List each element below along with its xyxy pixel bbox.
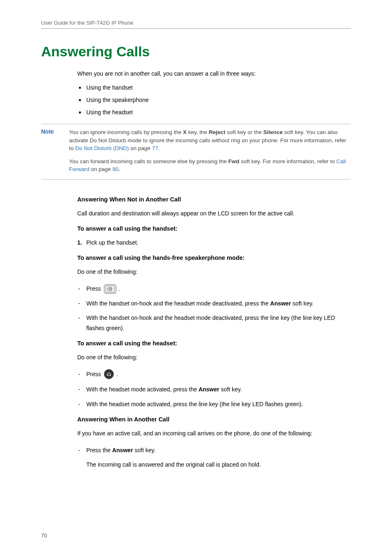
text: With the handset on-hook and the headset… xyxy=(86,300,270,307)
note-block: Note You can ignore incoming calls by pr… xyxy=(41,124,351,180)
list-item: With the headset mode activated, press t… xyxy=(77,384,351,395)
procedure-title: To answer a call using the hands-free sp… xyxy=(77,254,351,261)
list-item: With the headset mode activated, press t… xyxy=(77,399,351,409)
list-item: Press the Answer soft key. The incoming … xyxy=(77,445,351,470)
key-x: X xyxy=(183,129,187,135)
text: soft key. For more information, refer to xyxy=(239,158,336,164)
softkey-answer: Answer xyxy=(270,300,291,307)
link-dnd[interactable]: Do Not Disturb (DND) xyxy=(75,145,129,151)
softkey-answer: Answer xyxy=(112,447,133,453)
list-item: With the handset on-hook and the headset… xyxy=(77,313,351,333)
note-paragraph: You can forward incoming calls to someon… xyxy=(69,157,351,173)
text: . xyxy=(158,145,160,151)
running-header: User Guide for the SIP-T42G IP Phone xyxy=(41,20,351,29)
option-list: Press the Answer soft key. The incoming … xyxy=(77,445,351,470)
procedure-title: To answer a call using the handset: xyxy=(77,225,351,232)
softkey-answer: Answer xyxy=(198,386,219,393)
list-item: With the handset on-hook and the headset… xyxy=(77,298,351,309)
step-list: 1.Pick up the handset. xyxy=(77,238,351,247)
procedure-title: To answer a call using the headset: xyxy=(77,340,351,347)
list-item: Press . xyxy=(77,284,351,294)
page-title: Answering Calls xyxy=(41,44,351,60)
link-page-80[interactable]: 80 xyxy=(113,166,119,172)
text: Press xyxy=(86,285,103,292)
ways-list: Using the handset Using the speakerphone… xyxy=(77,84,351,116)
subheading: Answering When in Another Call xyxy=(77,416,351,423)
note-label: Note xyxy=(41,128,62,173)
lead-text: If you have an active call, and an incom… xyxy=(77,429,351,438)
lead-text: Do one of the following: xyxy=(77,353,351,362)
speaker-key-icon xyxy=(104,284,116,294)
option-list: Press . With the headset mode activated,… xyxy=(77,369,351,409)
text: on page xyxy=(90,166,113,172)
text: . xyxy=(118,285,121,292)
text: on page xyxy=(129,145,152,151)
text: . xyxy=(119,166,120,172)
list-item: Using the headset xyxy=(77,109,351,116)
section-not-in-call: Answering When Not in Another Call Call … xyxy=(77,196,351,470)
text: You can forward incoming calls to someon… xyxy=(69,158,228,164)
step-text: Pick up the handset. xyxy=(86,239,138,246)
list-item: Using the handset xyxy=(77,84,351,91)
text: soft key. xyxy=(133,447,156,453)
main-content: When you are not in another call, you ca… xyxy=(77,70,351,116)
intro-text: When you are not in another call, you ca… xyxy=(77,70,351,77)
text: soft key. xyxy=(291,300,314,307)
text: Press xyxy=(86,371,103,378)
option-list: Press . With the handset on-hook and the… xyxy=(77,284,351,333)
softkey-silence: Silence xyxy=(263,129,283,135)
step-item: 1.Pick up the handset. xyxy=(77,238,351,247)
lead-text: Do one of the following: xyxy=(77,268,351,276)
link-page-77[interactable]: 77 xyxy=(152,145,158,151)
text: soft key. xyxy=(219,386,242,393)
list-item: Using the speakerphone xyxy=(77,97,351,103)
text: With the headset mode activated, press t… xyxy=(86,386,198,393)
softkey-fwd: Fwd xyxy=(228,158,239,164)
softkey-reject: Reject xyxy=(209,129,226,135)
headset-key-icon xyxy=(104,369,114,380)
step-number: 1. xyxy=(77,238,82,247)
text: . xyxy=(115,371,118,378)
text: You can ignore incoming calls by pressin… xyxy=(69,129,183,135)
subheading: Answering When Not in Another Call xyxy=(77,196,351,203)
list-item: Press . xyxy=(77,369,351,380)
page-container: User Guide for the SIP-T42G IP Phone Ans… xyxy=(0,0,392,493)
text: Press the xyxy=(86,447,112,453)
result-text: The incoming call is answered and the or… xyxy=(86,460,351,470)
note-body: You can ignore incoming calls by pressin… xyxy=(69,128,351,173)
page-number: 70 xyxy=(41,532,47,539)
lead-text: Call duration and destination will alway… xyxy=(77,209,351,218)
text: soft key or the xyxy=(226,129,263,135)
note-paragraph: You can ignore incoming calls by pressin… xyxy=(69,128,351,153)
text: key, the xyxy=(187,129,209,135)
